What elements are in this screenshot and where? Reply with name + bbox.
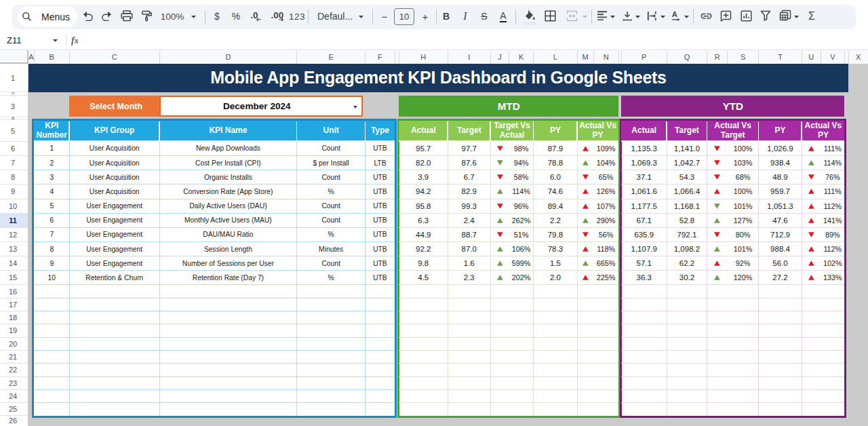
svg-text:A: A (672, 10, 677, 18)
